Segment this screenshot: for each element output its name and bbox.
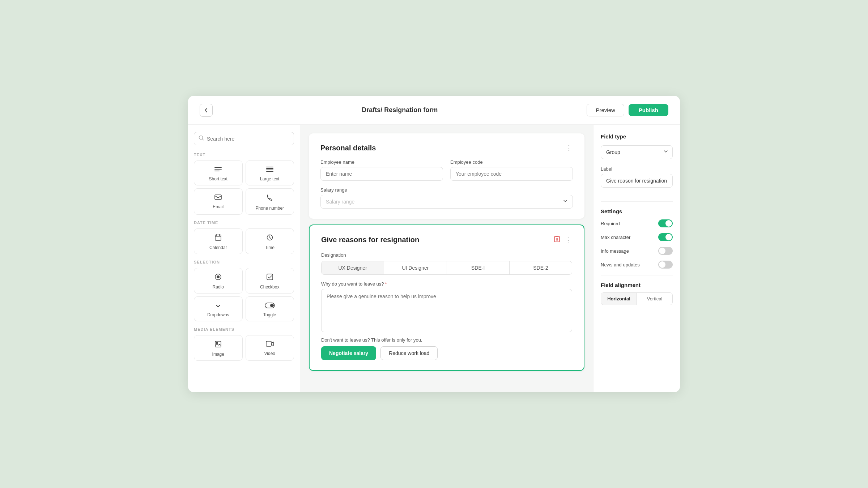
info-message-label: Info message <box>601 248 629 254</box>
employee-name-group: Employee name <box>320 159 443 181</box>
resignation-header: Give reasons for resignation ⋮ <box>321 235 572 244</box>
field-type-select[interactable]: Group <box>601 145 673 159</box>
sidebar-item-short-text[interactable]: Short text <box>194 160 243 185</box>
salary-range-select[interactable]: Salary range <box>320 195 573 209</box>
sidebar-text-grid: Short text Large text <box>194 160 294 215</box>
sidebar-item-radio-label: Radio <box>213 284 224 290</box>
required-toggle-knob <box>665 220 672 227</box>
sidebar-item-toggle-label: Toggle <box>263 312 276 317</box>
sidebar-item-large-text-label: Large text <box>260 176 279 181</box>
sidebar-item-video[interactable]: Video <box>246 335 294 361</box>
employee-code-label: Employee code <box>450 159 573 165</box>
resignation-card-menu[interactable]: ⋮ <box>565 236 572 244</box>
sidebar-item-calendar[interactable]: Calendar <box>194 228 243 254</box>
max-character-toggle-knob <box>665 234 672 240</box>
sidebar-item-phone-number[interactable]: Phone number <box>246 188 294 215</box>
field-alignment-title: Field alignment <box>601 282 673 288</box>
required-toggle[interactable] <box>658 219 673 227</box>
svg-rect-24 <box>554 237 559 242</box>
reduce-workload-button[interactable]: Reduce work load <box>380 346 438 360</box>
alignment-buttons: Horizontal Vertical <box>601 292 673 305</box>
top-actions: Preview Publish <box>587 104 668 116</box>
sidebar-item-time[interactable]: Time <box>246 228 294 254</box>
sidebar-item-email[interactable]: Email <box>194 188 243 215</box>
sidebar-item-checkbox-label: Checkbox <box>260 284 279 290</box>
video-icon <box>266 341 274 349</box>
max-character-toggle[interactable] <box>658 233 673 241</box>
short-text-icon <box>214 166 222 174</box>
sidebar-item-dropdowns[interactable]: Dropdowns <box>194 296 243 321</box>
svg-point-17 <box>217 275 220 278</box>
sidebar-item-toggle[interactable]: Toggle <box>246 296 294 321</box>
search-input[interactable] <box>207 136 289 142</box>
top-bar: Drafts/ Resignation form Preview Publish <box>188 96 680 125</box>
employee-name-input[interactable] <box>320 167 443 181</box>
sidebar-section-selection-label: SELECTION <box>194 260 294 264</box>
employee-code-group: Employee code <box>450 159 573 181</box>
card-actions: ⋮ <box>554 235 572 244</box>
svg-rect-9 <box>215 235 221 240</box>
center-content: Personal details ⋮ Employee name Employe… <box>300 125 593 392</box>
sidebar-item-checkbox[interactable]: Checkbox <box>246 268 294 294</box>
phone-icon <box>266 194 274 204</box>
sidebar-media-grid: Image Video <box>194 335 294 361</box>
image-icon <box>214 341 222 350</box>
info-message-toggle[interactable] <box>658 247 673 255</box>
sidebar-selection-grid: Radio Checkbox <box>194 268 294 321</box>
news-updates-toggle[interactable] <box>658 261 673 269</box>
field-type-select-wrapper: Group <box>601 145 673 159</box>
svg-line-15 <box>270 237 271 239</box>
personal-details-card: Personal details ⋮ Employee name Employe… <box>309 133 584 219</box>
preview-button[interactable]: Preview <box>587 104 624 116</box>
alignment-vertical-button[interactable]: Vertical <box>637 293 672 305</box>
personal-details-header: Personal details ⋮ <box>320 144 573 152</box>
salary-range-group: Salary range Salary range <box>320 187 573 209</box>
svg-rect-21 <box>215 341 221 347</box>
label-input[interactable] <box>601 174 673 188</box>
alignment-horizontal-button[interactable]: Horizontal <box>601 293 637 305</box>
info-message-toggle-knob <box>659 248 665 254</box>
sidebar-item-large-text[interactable]: Large text <box>246 160 294 185</box>
sidebar-section-media-label: MEDIA ELEMENTS <box>194 327 294 331</box>
employee-code-input[interactable] <box>450 167 573 181</box>
svg-rect-23 <box>266 341 271 346</box>
tab-ux-designer[interactable]: UX Designer <box>322 261 384 274</box>
dropdown-icon <box>214 302 222 310</box>
field-type-title: Field type <box>601 133 673 140</box>
sidebar-item-email-label: Email <box>213 204 224 209</box>
why-leave-group: Why do you want to leave us?* <box>321 281 572 332</box>
salary-range-select-wrapper: Salary range <box>320 195 573 209</box>
personal-details-row1: Employee name Employee code <box>320 159 573 181</box>
svg-rect-8 <box>215 195 221 200</box>
large-text-icon <box>266 166 274 174</box>
title-main: Resignation form <box>384 106 438 114</box>
resignation-title: Give reasons for resignation <box>321 236 419 244</box>
tab-sde-2[interactable]: SDE-2 <box>510 261 572 274</box>
personal-details-menu[interactable]: ⋮ <box>565 144 573 152</box>
time-icon <box>266 234 273 243</box>
sidebar-section-text-label: TEXT <box>194 153 294 157</box>
settings-row-max-character: Max character <box>601 233 673 241</box>
settings-row-required: Required <box>601 219 673 227</box>
negotiate-salary-button[interactable]: Negotiate salary <box>321 346 376 360</box>
settings-row-info-message: Info message <box>601 247 673 255</box>
why-leave-label: Why do you want to leave us?* <box>321 281 572 287</box>
checkbox-icon <box>266 273 273 282</box>
settings-row-news-updates: News and updates <box>601 261 673 269</box>
news-updates-toggle-knob <box>659 261 665 268</box>
publish-button[interactable]: Publish <box>629 104 668 116</box>
back-button[interactable] <box>200 104 213 117</box>
news-updates-label: News and updates <box>601 262 640 267</box>
sidebar-item-radio[interactable]: Radio <box>194 268 243 294</box>
sidebar-item-calendar-label: Calendar <box>209 245 227 250</box>
tab-sde-i[interactable]: SDE-I <box>447 261 510 274</box>
why-leave-textarea[interactable] <box>321 289 572 332</box>
search-box[interactable] <box>194 132 294 145</box>
right-panel: Field type Group Label Settings Required <box>593 125 680 392</box>
delete-button[interactable] <box>554 235 560 244</box>
personal-details-title: Personal details <box>320 144 376 152</box>
svg-point-20 <box>270 304 274 307</box>
settings-title: Settings <box>601 208 673 214</box>
sidebar-item-image[interactable]: Image <box>194 335 243 361</box>
tab-ui-designer[interactable]: UI Designer <box>384 261 447 274</box>
